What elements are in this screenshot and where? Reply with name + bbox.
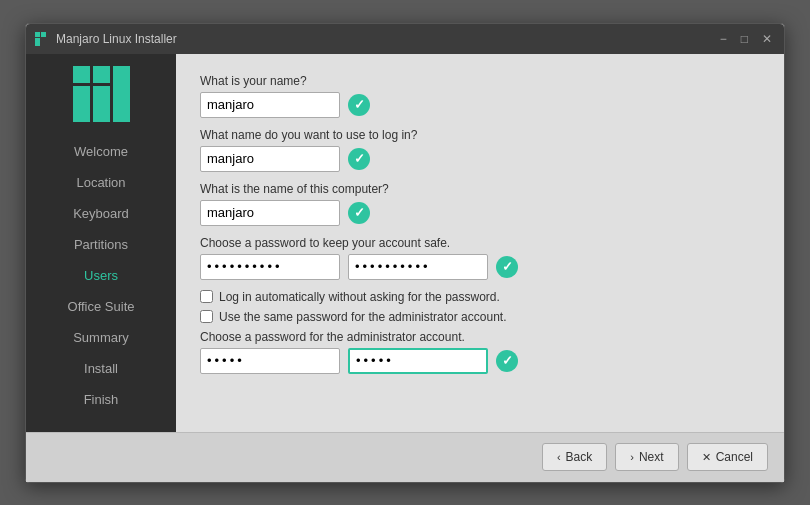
next-icon: ›: [630, 451, 634, 463]
svg-rect-6: [93, 86, 110, 122]
autologin-checkbox[interactable]: [200, 290, 213, 303]
next-button[interactable]: › Next: [615, 443, 678, 471]
password-input-row: ✓: [200, 254, 760, 280]
bottom-bar: ‹ Back › Next ✕ Cancel: [26, 432, 784, 482]
sidebar-item-partitions[interactable]: Partitions: [26, 229, 176, 260]
password-confirm-input[interactable]: [348, 254, 488, 280]
login-row: What name do you want to use to log in? …: [200, 128, 760, 172]
sidebar-item-welcome[interactable]: Welcome: [26, 136, 176, 167]
admin-password-label: Choose a password for the administrator …: [200, 330, 760, 344]
main-content: What is your name? ✓ What name do you wa…: [176, 54, 784, 432]
cancel-icon: ✕: [702, 451, 711, 464]
sidebar-item-install[interactable]: Install: [26, 353, 176, 384]
svg-rect-7: [113, 66, 130, 122]
autologin-label[interactable]: Log in automatically without asking for …: [219, 290, 500, 304]
computer-input[interactable]: [200, 200, 340, 226]
main-window: Manjaro Linux Installer − □ ✕ Welcome Lo…: [25, 23, 785, 483]
login-check-icon: ✓: [348, 148, 370, 170]
svg-rect-3: [73, 66, 90, 83]
computer-check-icon: ✓: [348, 202, 370, 224]
minimize-button[interactable]: −: [716, 30, 731, 48]
autologin-row: Log in automatically without asking for …: [200, 290, 760, 304]
password-check-icon: ✓: [496, 256, 518, 278]
name-check-icon: ✓: [348, 94, 370, 116]
sidebar-item-location[interactable]: Location: [26, 167, 176, 198]
password-row: Choose a password to keep your account s…: [200, 236, 760, 280]
sidebar-item-office-suite[interactable]: Office Suite: [26, 291, 176, 322]
close-button[interactable]: ✕: [758, 30, 776, 48]
computer-input-row: ✓: [200, 200, 760, 226]
admin-password-check-icon: ✓: [496, 350, 518, 372]
login-label: What name do you want to use to log in?: [200, 128, 760, 142]
svg-rect-1: [41, 32, 46, 37]
svg-rect-2: [35, 38, 40, 46]
computer-row: What is the name of this computer? ✓: [200, 182, 760, 226]
cancel-button[interactable]: ✕ Cancel: [687, 443, 768, 471]
name-row: What is your name? ✓: [200, 74, 760, 118]
content-area: Welcome Location Keyboard Partitions Use…: [26, 54, 784, 432]
sidebar-item-keyboard[interactable]: Keyboard: [26, 198, 176, 229]
titlebar-left: Manjaro Linux Installer: [34, 31, 177, 47]
titlebar: Manjaro Linux Installer − □ ✕: [26, 24, 784, 54]
sidebar-logo: [71, 64, 131, 124]
login-input-row: ✓: [200, 146, 760, 172]
titlebar-controls: − □ ✕: [716, 30, 776, 48]
admin-password-row: Choose a password for the administrator …: [200, 330, 760, 374]
manjaro-icon: [34, 31, 50, 47]
sidebar-item-users[interactable]: Users: [26, 260, 176, 291]
same-password-label[interactable]: Use the same password for the administra…: [219, 310, 506, 324]
admin-password-input[interactable]: [200, 348, 340, 374]
svg-rect-5: [73, 86, 90, 122]
same-password-row: Use the same password for the administra…: [200, 310, 760, 324]
admin-password-input-row: ✓: [200, 348, 760, 374]
sidebar-item-summary[interactable]: Summary: [26, 322, 176, 353]
password-input[interactable]: [200, 254, 340, 280]
computer-label: What is the name of this computer?: [200, 182, 760, 196]
svg-rect-4: [93, 66, 110, 83]
sidebar-item-finish[interactable]: Finish: [26, 384, 176, 415]
name-input[interactable]: [200, 92, 340, 118]
password-label: Choose a password to keep your account s…: [200, 236, 760, 250]
login-input[interactable]: [200, 146, 340, 172]
svg-rect-0: [35, 32, 40, 37]
window-title: Manjaro Linux Installer: [56, 32, 177, 46]
back-icon: ‹: [557, 451, 561, 463]
name-label: What is your name?: [200, 74, 760, 88]
maximize-button[interactable]: □: [737, 30, 752, 48]
sidebar: Welcome Location Keyboard Partitions Use…: [26, 54, 176, 432]
name-input-row: ✓: [200, 92, 760, 118]
admin-password-confirm-input[interactable]: [348, 348, 488, 374]
same-password-checkbox[interactable]: [200, 310, 213, 323]
back-button[interactable]: ‹ Back: [542, 443, 607, 471]
